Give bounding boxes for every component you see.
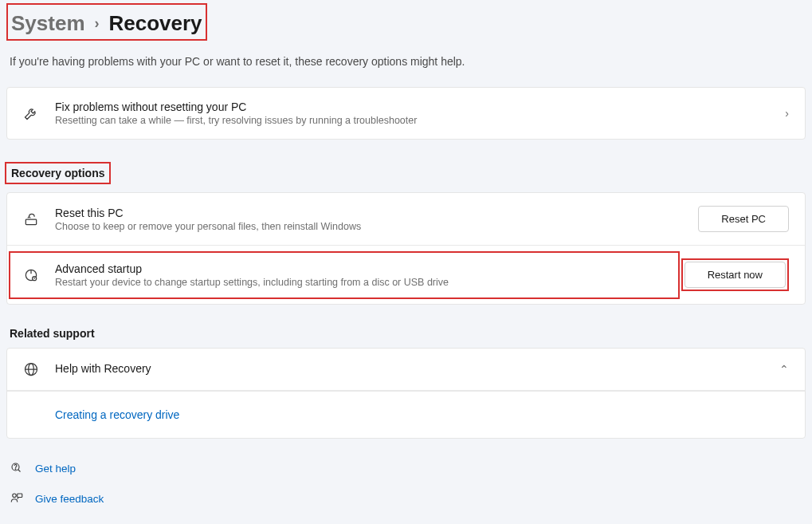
svg-point-6 [15,469,16,470]
recovery-options-header: Recovery options [5,162,111,184]
reset-pc-sub: Choose to keep or remove your personal f… [55,221,682,232]
globe-icon [23,361,39,377]
wrench-icon [23,105,39,121]
recovery-options-group: Reset this PC Choose to keep or remove y… [6,192,806,305]
restart-now-button[interactable]: Restart now [685,262,786,288]
reset-pc-row: Reset this PC Choose to keep or remove y… [7,193,805,246]
give-feedback-link[interactable]: Give feedback [35,493,104,505]
advanced-startup-title: Advanced startup [55,262,665,275]
chevron-right-icon: › [95,15,100,32]
troubleshooter-sub: Resetting can take a while — first, try … [55,115,769,126]
help-recovery-body: Creating a recovery drive [7,391,805,438]
power-settings-icon [23,267,39,283]
svg-rect-0 [25,219,36,225]
reset-pc-button[interactable]: Reset PC [698,206,789,232]
reset-pc-title: Reset this PC [55,207,682,219]
chevron-up-icon: ⌃ [779,363,789,376]
help-recovery-group: Help with Recovery ⌃ Creating a recovery… [6,348,806,439]
related-support-header: Related support [10,327,802,340]
svg-point-7 [13,494,17,498]
advanced-startup-highlight: Advanced startup Restart your device to … [9,251,680,299]
help-recovery-row[interactable]: Help with Recovery ⌃ [7,349,805,391]
breadcrumb-parent[interactable]: System [11,11,85,36]
page-description: If you're having problems with your PC o… [10,55,802,68]
troubleshooter-card[interactable]: Fix problems without resetting your PC R… [6,87,806,140]
svg-rect-8 [18,494,22,498]
give-feedback-row: Give feedback [6,483,806,514]
creating-recovery-drive-link[interactable]: Creating a recovery drive [55,408,179,421]
restart-now-highlight: Restart now [681,258,789,291]
get-help-row: Get help [6,453,806,483]
troubleshooter-title: Fix problems without resetting your PC [55,100,769,113]
chevron-right-icon: › [785,107,789,120]
breadcrumb-current: Recovery [109,11,202,36]
advanced-startup-row: Advanced startup Restart your device to … [7,246,805,304]
advanced-startup-sub: Restart your device to change startup se… [55,277,665,288]
feedback-icon [10,491,24,506]
breadcrumb: System › Recovery [6,3,207,41]
get-help-link[interactable]: Get help [35,463,76,475]
help-recovery-title: Help with Recovery [55,362,763,375]
help-icon [10,461,24,475]
reset-icon [23,211,39,227]
